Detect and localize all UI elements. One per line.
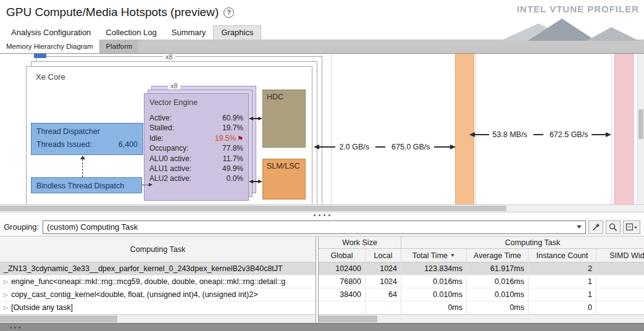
ve-slm-arrow <box>249 177 261 186</box>
pane-splitter-handle[interactable] <box>0 212 644 218</box>
column-group-computing-task: Computing Task <box>401 237 644 249</box>
column-group-work-size: Work Size <box>319 237 401 249</box>
result-tab-bar: Analysis Configuration Collection Log Su… <box>0 25 644 40</box>
bindless-to-ve-arrow <box>142 185 152 185</box>
warning-flag-icon: ⚑ <box>237 135 243 142</box>
scrollbar-thumb[interactable] <box>638 109 643 139</box>
table-row[interactable]: ▷ engine_func<oneapi::mkl::rng::mcg59, d… <box>0 275 316 288</box>
column-header-instance-count[interactable]: Instance Count <box>529 249 596 262</box>
task-pane-horizontal-scrollbar[interactable] <box>0 314 316 323</box>
xe-core-label: Xe Core <box>36 72 65 82</box>
customize-grouping-button[interactable] <box>588 220 603 234</box>
ve-stat-alu0: ALU0 active:11.7% <box>149 154 243 164</box>
bindless-thread-dispatch-box[interactable]: Bindless Thread Dispatch <box>31 177 142 193</box>
threads-issued-label: Threads Issued: <box>36 140 92 149</box>
column-header-average-time[interactable]: Average Time <box>467 249 529 262</box>
thread-dispatcher-title: Thread Dispatcher <box>31 124 143 136</box>
vector-engine-stats: Active:60.9% Stalled:19.7% Idle:19.5%⚑ O… <box>149 113 243 184</box>
grouping-dropdown[interactable]: (custom) Computing Task <box>43 220 586 234</box>
column-header-total-time[interactable]: Total Time ▼ <box>401 249 467 262</box>
help-icon[interactable]: ? <box>224 7 234 18</box>
diagram-divider-line <box>611 54 612 204</box>
column-header-simd-width[interactable]: SIMD Width <box>596 249 644 262</box>
scrollbar-thumb[interactable] <box>0 206 506 211</box>
vector-engine-title: Vector Engine <box>149 98 198 107</box>
view-subtab-bar: Memory Hierarchy Diagram Platform <box>0 40 644 54</box>
xe-core-scale-label: x8 <box>163 54 175 61</box>
expander-icon[interactable]: ▷ <box>4 304 8 311</box>
threads-issued-value: 6,400 <box>119 140 138 149</box>
task-name-pane: Computing Task _ZN13_3cdynamic_3e33__dpe… <box>0 237 316 323</box>
thread-dispatcher-box[interactable]: Thread Dispatcher Threads Issued: 6,400 <box>31 123 143 155</box>
ve-stat-stalled: Stalled:19.7% <box>149 123 243 133</box>
metrics-pane-horizontal-scrollbar[interactable] <box>319 314 644 323</box>
scrollbar-thumb[interactable] <box>319 316 377 322</box>
tab-collection-log[interactable]: Collection Log <box>98 26 164 40</box>
app-header: GPU Compute/Media Hotspots (preview) ? <box>0 0 644 25</box>
diagram-horizontal-scrollbar[interactable] <box>0 204 644 212</box>
expander-icon[interactable]: ▷ <box>4 279 8 285</box>
search-button[interactable] <box>606 220 621 234</box>
sort-descending-icon: ▼ <box>450 253 455 258</box>
metrics-pane: Work Size Computing Task Global Local To… <box>319 237 644 323</box>
search-icon <box>608 222 618 232</box>
diagram-divider-line <box>331 54 332 204</box>
bandwidth-write-label: 672.5 GB/s <box>550 130 588 139</box>
table-row-metrics[interactable]: 38400 64 0.010ms 0.010ms 1 <box>319 288 644 301</box>
expander-icon[interactable]: ▷ <box>4 291 8 298</box>
table-row-metrics[interactable]: 76800 1024 0.016ms 0.016ms 1 <box>319 275 644 288</box>
tab-graphics[interactable]: Graphics <box>213 25 261 40</box>
tab-summary[interactable]: Summary <box>164 26 214 40</box>
column-header-global[interactable]: Global <box>319 249 366 262</box>
grouping-value: (custom) Computing Task <box>43 222 573 232</box>
ve-hdc-arrow <box>249 114 261 123</box>
core-l3-bandwidth-arrow: 2.0 GB/s 675.0 GB/s <box>314 143 456 151</box>
ve-stat-idle: Idle:19.5%⚑ <box>149 133 243 143</box>
diagram-vertical-scrollbar[interactable] <box>637 54 644 204</box>
table-row[interactable]: _ZN13_3cdynamic_3e33__dpex_parfor_kernel… <box>0 262 316 275</box>
wrench-icon <box>591 222 601 232</box>
ve-stat-alu2: ALU2 active:0.0% <box>149 174 243 183</box>
grouping-bar: Grouping: (custom) Computing Task <box>0 218 644 237</box>
clipped-blue-box <box>34 54 46 58</box>
bandwidth-read-label: 2.0 GB/s <box>339 143 369 151</box>
diagram-divider-line <box>475 54 476 204</box>
arrowhead-left <box>314 145 319 149</box>
table-row-metrics[interactable]: 0ms 0ms 0 <box>319 301 644 314</box>
arrowhead-right <box>450 145 456 149</box>
bandwidth-read-label: 53.8 MB/s <box>493 130 527 139</box>
pane-settings-icon <box>625 222 638 232</box>
memory-hierarchy-diagram[interactable]: x8 Xe Core x8 Vector Engine Active:60.9%… <box>0 54 644 204</box>
window-bottom-strip <box>0 323 644 331</box>
tab-analysis-configuration[interactable]: Analysis Configuration <box>4 26 98 40</box>
chevron-down-icon <box>573 225 585 228</box>
l3-memory-bandwidth-arrow: 53.8 MB/s 672.5 GB/s <box>469 130 611 139</box>
computing-task-grid: Computing Task _ZN13_3cdynamic_3e33__dpe… <box>0 237 644 323</box>
hdc-box[interactable]: HDC <box>262 90 306 148</box>
dispatch-up-arrow <box>82 156 83 177</box>
subtab-memory-hierarchy-diagram[interactable]: Memory Hierarchy Diagram <box>0 40 99 53</box>
column-header-computing-task[interactable]: Computing Task <box>0 237 316 262</box>
scrollbar-thumb[interactable] <box>0 316 117 322</box>
arrowhead-left <box>469 132 475 137</box>
table-row[interactable]: ▷ copy_cast_contig_kernel<double, float,… <box>0 288 316 301</box>
l3-cache-band[interactable] <box>455 54 474 204</box>
bandwidth-write-label: 675.0 GB/s <box>391 143 430 151</box>
column-header-local[interactable]: Local <box>366 249 401 262</box>
table-row-metrics[interactable]: 102400 1024 123.834ms 61.917ms 2 <box>319 262 644 275</box>
subtab-platform[interactable]: Platform <box>99 40 139 53</box>
ve-stat-active: Active:60.9% <box>149 113 243 123</box>
page-title: GPU Compute/Media Hotspots (preview) <box>6 6 219 19</box>
memory-band[interactable] <box>614 54 634 204</box>
ve-stat-occupancy: Occupancy:77.8% <box>149 143 243 153</box>
ve-stat-alu1: ALU1 active:49.9% <box>149 164 243 174</box>
vector-engine-scale-label: x8 <box>168 82 180 90</box>
slm-lsc-box[interactable]: SLM/LSC <box>262 159 306 199</box>
arrowhead-right <box>606 132 611 137</box>
table-row[interactable]: ▷ [Outside any task] <box>0 301 316 314</box>
pane-settings-button[interactable] <box>623 220 640 234</box>
grouping-label: Grouping: <box>4 222 39 232</box>
